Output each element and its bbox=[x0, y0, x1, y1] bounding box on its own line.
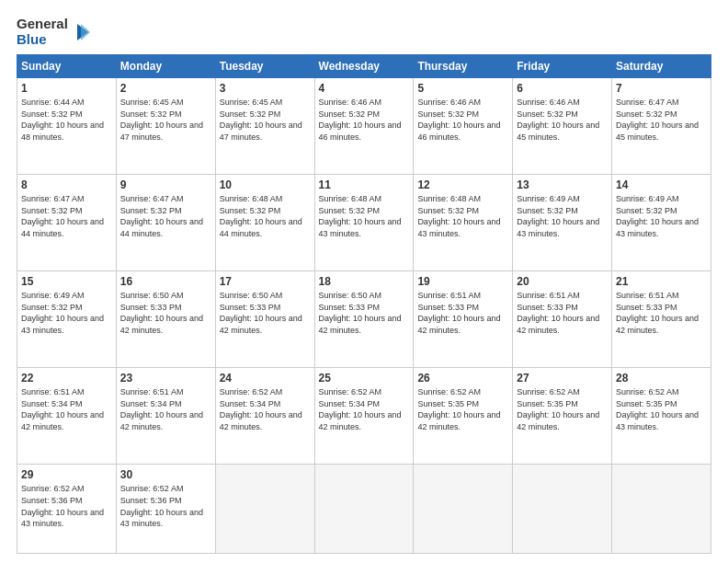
day-info: Sunrise: 6:47 AMSunset: 5:32 PMDaylight:… bbox=[120, 193, 211, 239]
day-number: 21 bbox=[616, 275, 707, 288]
calendar-week-row: 8 Sunrise: 6:47 AMSunset: 5:32 PMDayligh… bbox=[17, 175, 711, 271]
calendar-day-cell: 8 Sunrise: 6:47 AMSunset: 5:32 PMDayligh… bbox=[17, 175, 117, 271]
calendar-day-cell: 17 Sunrise: 6:50 AMSunset: 5:33 PMDaylig… bbox=[215, 271, 314, 368]
weekday-header-friday: Friday bbox=[513, 55, 612, 78]
calendar-day-cell bbox=[215, 465, 314, 554]
calendar-day-cell bbox=[314, 465, 414, 554]
calendar-week-row: 22 Sunrise: 6:51 AMSunset: 5:34 PMDaylig… bbox=[17, 368, 711, 465]
day-number: 7 bbox=[616, 82, 707, 95]
calendar-day-cell: 4 Sunrise: 6:46 AMSunset: 5:32 PMDayligh… bbox=[314, 78, 414, 175]
day-info: Sunrise: 6:46 AMSunset: 5:32 PMDaylight:… bbox=[417, 97, 508, 143]
day-number: 11 bbox=[319, 178, 410, 191]
calendar-day-cell bbox=[612, 465, 711, 554]
day-number: 20 bbox=[517, 275, 608, 288]
calendar-day-cell: 13 Sunrise: 6:49 AMSunset: 5:32 PMDaylig… bbox=[513, 175, 612, 271]
calendar-day-cell: 27 Sunrise: 6:52 AMSunset: 5:35 PMDaylig… bbox=[513, 368, 612, 465]
calendar-week-row: 1 Sunrise: 6:44 AMSunset: 5:32 PMDayligh… bbox=[17, 78, 711, 175]
calendar-day-cell: 14 Sunrise: 6:49 AMSunset: 5:32 PMDaylig… bbox=[612, 175, 711, 271]
day-info: Sunrise: 6:50 AMSunset: 5:33 PMDaylight:… bbox=[319, 290, 410, 336]
day-info: Sunrise: 6:52 AMSunset: 5:36 PMDaylight:… bbox=[21, 483, 112, 529]
calendar-day-cell: 5 Sunrise: 6:46 AMSunset: 5:32 PMDayligh… bbox=[414, 78, 513, 175]
day-info: Sunrise: 6:52 AMSunset: 5:35 PMDaylight:… bbox=[517, 386, 608, 432]
svg-marker-1 bbox=[81, 24, 90, 40]
day-number: 30 bbox=[120, 468, 211, 481]
day-number: 12 bbox=[417, 178, 508, 191]
day-info: Sunrise: 6:47 AMSunset: 5:32 PMDaylight:… bbox=[21, 193, 112, 239]
calendar-day-cell: 11 Sunrise: 6:48 AMSunset: 5:32 PMDaylig… bbox=[314, 175, 414, 271]
calendar-day-cell: 6 Sunrise: 6:46 AMSunset: 5:32 PMDayligh… bbox=[513, 78, 612, 175]
day-info: Sunrise: 6:51 AMSunset: 5:34 PMDaylight:… bbox=[21, 386, 112, 432]
day-number: 3 bbox=[220, 82, 311, 95]
day-info: Sunrise: 6:50 AMSunset: 5:33 PMDaylight:… bbox=[120, 290, 211, 336]
calendar-day-cell: 28 Sunrise: 6:52 AMSunset: 5:35 PMDaylig… bbox=[612, 368, 711, 465]
day-info: Sunrise: 6:51 AMSunset: 5:33 PMDaylight:… bbox=[517, 290, 608, 336]
day-number: 27 bbox=[517, 372, 608, 385]
weekday-header-sunday: Sunday bbox=[17, 55, 117, 78]
day-number: 23 bbox=[120, 372, 211, 385]
calendar-day-cell: 7 Sunrise: 6:47 AMSunset: 5:32 PMDayligh… bbox=[612, 78, 711, 175]
day-number: 18 bbox=[319, 275, 410, 288]
day-info: Sunrise: 6:49 AMSunset: 5:32 PMDaylight:… bbox=[517, 193, 608, 239]
calendar-day-cell: 19 Sunrise: 6:51 AMSunset: 5:33 PMDaylig… bbox=[414, 271, 513, 368]
calendar-day-cell: 21 Sunrise: 6:51 AMSunset: 5:33 PMDaylig… bbox=[612, 271, 711, 368]
calendar-day-cell: 10 Sunrise: 6:48 AMSunset: 5:32 PMDaylig… bbox=[215, 175, 314, 271]
calendar-day-cell: 20 Sunrise: 6:51 AMSunset: 5:33 PMDaylig… bbox=[513, 271, 612, 368]
day-number: 13 bbox=[517, 178, 608, 191]
calendar-day-cell: 9 Sunrise: 6:47 AMSunset: 5:32 PMDayligh… bbox=[116, 175, 215, 271]
day-info: Sunrise: 6:48 AMSunset: 5:32 PMDaylight:… bbox=[220, 193, 311, 239]
day-number: 14 bbox=[616, 178, 707, 191]
logo-arrow-icon bbox=[70, 22, 90, 42]
calendar-day-cell bbox=[414, 465, 513, 554]
day-info: Sunrise: 6:45 AMSunset: 5:32 PMDaylight:… bbox=[120, 97, 211, 143]
calendar-day-cell: 22 Sunrise: 6:51 AMSunset: 5:34 PMDaylig… bbox=[17, 368, 117, 465]
day-info: Sunrise: 6:52 AMSunset: 5:35 PMDaylight:… bbox=[616, 386, 707, 432]
day-number: 5 bbox=[417, 82, 508, 95]
calendar-day-cell: 25 Sunrise: 6:52 AMSunset: 5:34 PMDaylig… bbox=[314, 368, 414, 465]
calendar-week-row: 15 Sunrise: 6:49 AMSunset: 5:32 PMDaylig… bbox=[17, 271, 711, 368]
day-info: Sunrise: 6:47 AMSunset: 5:32 PMDaylight:… bbox=[616, 97, 707, 143]
day-info: Sunrise: 6:52 AMSunset: 5:35 PMDaylight:… bbox=[417, 386, 508, 432]
day-info: Sunrise: 6:52 AMSunset: 5:34 PMDaylight:… bbox=[220, 386, 311, 432]
day-number: 28 bbox=[616, 372, 707, 385]
weekday-header-thursday: Thursday bbox=[414, 55, 513, 78]
day-number: 24 bbox=[220, 372, 311, 385]
weekday-header-wednesday: Wednesday bbox=[314, 55, 414, 78]
page-header: General Blue bbox=[17, 17, 711, 47]
day-info: Sunrise: 6:44 AMSunset: 5:32 PMDaylight:… bbox=[21, 97, 112, 143]
calendar-day-cell: 29 Sunrise: 6:52 AMSunset: 5:36 PMDaylig… bbox=[17, 465, 117, 554]
calendar-week-row: 29 Sunrise: 6:52 AMSunset: 5:36 PMDaylig… bbox=[17, 465, 711, 554]
day-info: Sunrise: 6:48 AMSunset: 5:32 PMDaylight:… bbox=[319, 193, 410, 239]
day-info: Sunrise: 6:52 AMSunset: 5:34 PMDaylight:… bbox=[319, 386, 410, 432]
calendar-day-cell: 26 Sunrise: 6:52 AMSunset: 5:35 PMDaylig… bbox=[414, 368, 513, 465]
day-info: Sunrise: 6:49 AMSunset: 5:32 PMDaylight:… bbox=[616, 193, 707, 239]
day-number: 2 bbox=[120, 82, 211, 95]
day-number: 16 bbox=[120, 275, 211, 288]
day-number: 19 bbox=[417, 275, 508, 288]
day-number: 29 bbox=[21, 468, 112, 481]
day-number: 6 bbox=[517, 82, 608, 95]
day-number: 15 bbox=[21, 275, 112, 288]
day-info: Sunrise: 6:51 AMSunset: 5:34 PMDaylight:… bbox=[120, 386, 211, 432]
day-number: 8 bbox=[21, 178, 112, 191]
calendar-day-cell: 12 Sunrise: 6:48 AMSunset: 5:32 PMDaylig… bbox=[414, 175, 513, 271]
day-info: Sunrise: 6:46 AMSunset: 5:32 PMDaylight:… bbox=[319, 97, 410, 143]
day-number: 26 bbox=[417, 372, 508, 385]
day-number: 9 bbox=[120, 178, 211, 191]
calendar-day-cell: 2 Sunrise: 6:45 AMSunset: 5:32 PMDayligh… bbox=[116, 78, 215, 175]
calendar-day-cell: 30 Sunrise: 6:52 AMSunset: 5:36 PMDaylig… bbox=[116, 465, 215, 554]
weekday-header-tuesday: Tuesday bbox=[215, 55, 314, 78]
calendar-day-cell bbox=[513, 465, 612, 554]
calendar-table: SundayMondayTuesdayWednesdayThursdayFrid… bbox=[17, 54, 711, 554]
day-number: 22 bbox=[21, 372, 112, 385]
day-info: Sunrise: 6:48 AMSunset: 5:32 PMDaylight:… bbox=[417, 193, 508, 239]
day-number: 10 bbox=[220, 178, 311, 191]
day-info: Sunrise: 6:50 AMSunset: 5:33 PMDaylight:… bbox=[220, 290, 311, 336]
calendar-day-cell: 15 Sunrise: 6:49 AMSunset: 5:32 PMDaylig… bbox=[17, 271, 117, 368]
day-info: Sunrise: 6:51 AMSunset: 5:33 PMDaylight:… bbox=[417, 290, 508, 336]
day-number: 17 bbox=[220, 275, 311, 288]
calendar-day-cell: 3 Sunrise: 6:45 AMSunset: 5:32 PMDayligh… bbox=[215, 78, 314, 175]
weekday-header-saturday: Saturday bbox=[612, 55, 711, 78]
day-info: Sunrise: 6:49 AMSunset: 5:32 PMDaylight:… bbox=[21, 290, 112, 336]
weekday-header-monday: Monday bbox=[116, 55, 215, 78]
logo: General Blue bbox=[17, 17, 90, 47]
